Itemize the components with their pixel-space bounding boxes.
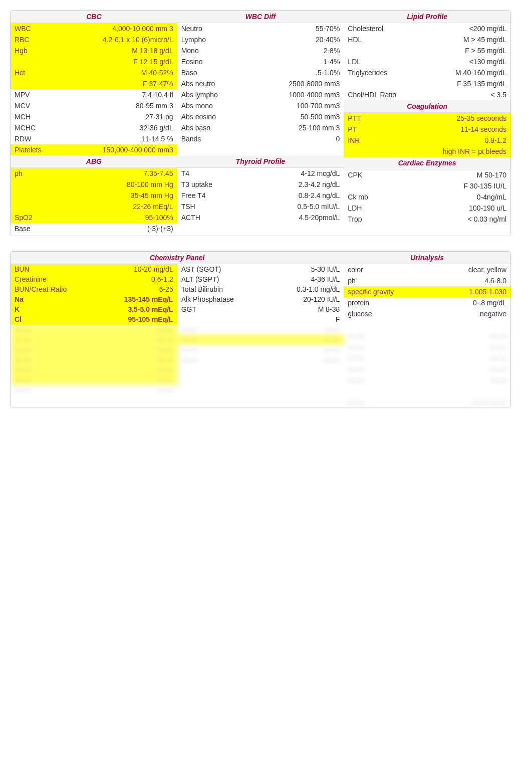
row-value: 0.6-1.2 xyxy=(50,275,173,283)
row-value: 0.3-1.0 mg/dL xyxy=(226,285,340,293)
data-row: WBC4,000-10,000 mm 3 xyxy=(11,23,177,34)
row-label: Abs mono xyxy=(181,101,216,110)
data-row: Ck mb0-4ng/mL xyxy=(344,191,510,203)
row-label: ph xyxy=(15,169,26,178)
data-row: PT11-14 seconds xyxy=(344,124,510,135)
row-value: 4.6-8.0 xyxy=(359,276,506,285)
row-value: 20-120 IU/L xyxy=(237,295,340,303)
data-row: T44-12 mcg/dL xyxy=(177,168,344,179)
row-label: Hgb xyxy=(15,46,31,55)
row-label: K xyxy=(15,305,23,313)
row-label: INR xyxy=(348,136,363,145)
row-label: Cl xyxy=(15,315,25,323)
row-label: Trop xyxy=(348,215,365,224)
row-value: 10-20 mg/dL xyxy=(33,265,173,273)
row-value: 0-4ng/mL xyxy=(371,192,506,202)
data-row: Eosino1-4% xyxy=(177,56,344,67)
row-value: < 0.03 ng/ml xyxy=(365,215,506,224)
row-value: M 40-160 mg/dL xyxy=(390,68,506,77)
data-row: INR0.8-1.2 xyxy=(344,135,510,146)
data-row: MCH27-31 pg xyxy=(11,111,177,122)
row-value: 0.5-5.0 mIU/L xyxy=(198,202,340,211)
data-row: Abs eosino50-500 mm3 xyxy=(177,111,344,122)
row-label: Base xyxy=(15,224,34,233)
row-value: 20-40% xyxy=(209,35,340,44)
header-chem: Chemistry Panel xyxy=(11,252,344,264)
row-value: M 50-170 xyxy=(365,170,506,179)
row-label: LDH xyxy=(348,204,365,213)
data-row: Abs baso25-100 mm 3 xyxy=(177,122,344,133)
chem-blurred-area: — —— —— —— — — —— —— —— — — —— —— —— — —… xyxy=(11,324,344,395)
row-label: Total Bilirubin xyxy=(181,285,226,293)
row-value: 135-145 mEq/L xyxy=(27,295,173,303)
row-label: Mono xyxy=(181,46,202,55)
row-value: < 3.5 xyxy=(399,90,506,99)
row-value: 100-700 mm3 xyxy=(216,101,340,110)
row-value: 2500-8000 mm3 xyxy=(218,79,340,88)
row-value: 100-190 u/L xyxy=(365,204,506,213)
row-value xyxy=(184,145,340,154)
row-value: 50-500 mm3 xyxy=(219,112,340,121)
lipid-rows: Cholesterol<200 mg/dLHDLM > 45 mg/dLF > … xyxy=(344,23,510,100)
row-value: 25-100 mm 3 xyxy=(213,123,340,132)
row-label: TSH xyxy=(181,202,198,211)
row-value: 2.3-4.2 ng/dL xyxy=(215,180,340,189)
header-urine: Urinalysis xyxy=(344,252,510,264)
row-label: Cholesterol xyxy=(348,24,386,33)
row-value: high INR = pt bleeds xyxy=(351,147,506,156)
row-value: 0.8-1.2 xyxy=(363,136,506,145)
urine-blurred-area: — —— — — —— — — —— — — —— — — —— — — —— … xyxy=(344,330,510,408)
row-label: Ck mb xyxy=(348,192,371,202)
chem-data-row: Na135-145 mEq/LAlk Phosphatase20-120 IU/… xyxy=(11,294,344,304)
row-value: 22-26 mEq/L xyxy=(18,202,173,211)
data-row: Baso.5-1.0% xyxy=(177,67,344,78)
data-row: HgbM 13-18 g/dL xyxy=(11,45,177,56)
data-row xyxy=(177,223,344,234)
header-coag: Coagulation xyxy=(344,100,510,113)
row-label: HDL xyxy=(348,35,365,44)
row-value: negative xyxy=(375,309,506,318)
row-value: 80-100 mm Hg xyxy=(18,180,173,189)
wbcdiff-rows: Neutro55-70%Lympho20-40%Mono2-8%Eosino1-… xyxy=(177,23,344,155)
row-value: 0.8-2.4 ng/dL xyxy=(208,191,340,200)
row-value: 4,000-10,000 mm 3 xyxy=(34,24,173,33)
row-label: CPK xyxy=(348,170,365,179)
data-row: Trop< 0.03 ng/ml xyxy=(344,214,510,225)
row-value xyxy=(351,226,506,235)
row-label: Hct xyxy=(15,68,28,77)
row-label: MCH xyxy=(15,112,34,121)
row-value: 4.5-20pmol/L xyxy=(203,213,340,222)
row-label: Na xyxy=(15,295,27,303)
row-value xyxy=(184,224,340,233)
data-row: F > 55 mg/dL xyxy=(344,45,510,56)
row-label: WBC xyxy=(15,24,34,33)
row-value: M 8-38 xyxy=(199,305,340,313)
row-value: F xyxy=(184,315,340,323)
data-row: CPKM 50-170 xyxy=(344,169,510,180)
lab-values-table-1: CBC WBC4,000-10,000 mm 3RBC4.2-6.1 x 10 … xyxy=(10,10,511,236)
row-value: 11-14 seconds xyxy=(360,125,506,134)
row-value: F 30-135 IU/L xyxy=(351,181,506,190)
data-row: SpO295-100% xyxy=(11,212,177,223)
row-value: F > 55 mg/dL xyxy=(351,46,506,55)
row-label: Free T4 xyxy=(181,191,209,200)
row-value: 150,000-400,000 mm3 xyxy=(45,145,173,154)
data-row: ph7.35-7.45 xyxy=(11,168,177,179)
cardiac-rows: CPKM 50-170F 30-135 IU/LCk mb0-4ng/mLLDH… xyxy=(344,169,510,236)
row-label: BUN/Creat Ratio xyxy=(15,285,70,293)
row-value: clear, yellow xyxy=(366,265,506,274)
data-row: F 35-135 mg/dL xyxy=(344,78,510,89)
row-label: PTT xyxy=(348,114,364,123)
col-wbc-thyroid: WBC Diff Neutro55-70%Lympho20-40%Mono2-8… xyxy=(177,11,344,236)
row-label: color xyxy=(348,265,366,274)
row-value: 4-36 IU/L xyxy=(222,275,340,283)
cbc-rows: WBC4,000-10,000 mm 3RBC4.2-6.1 x 10 (6)m… xyxy=(11,23,177,155)
coag-rows: PTT25-35 secoondsPT11-14 secondsINR0.8-1… xyxy=(344,113,510,157)
data-row: specific gravity1.005-1.030 xyxy=(344,286,510,297)
data-row xyxy=(177,144,344,155)
row-label: Creatinine xyxy=(15,275,50,283)
data-row: T3 uptake2.3-4.2 ng/dL xyxy=(177,179,344,190)
row-value: <130 mg/dL xyxy=(364,57,506,66)
data-row: Free T40.8-2.4 ng/dL xyxy=(177,190,344,201)
row-value: 55-70% xyxy=(205,24,340,33)
